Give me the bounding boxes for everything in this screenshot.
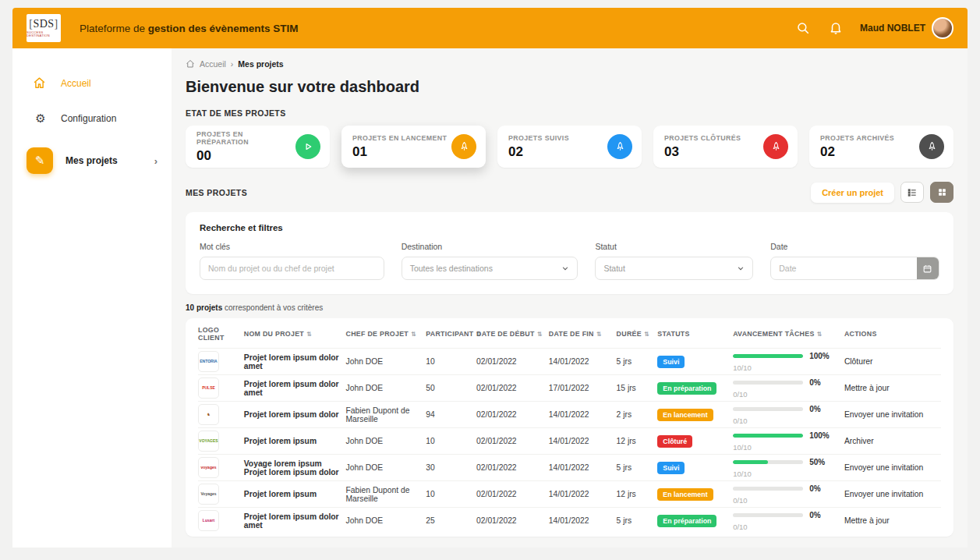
grid-view-toggle[interactable] <box>930 182 953 203</box>
action-link[interactable]: Mettre à jour <box>844 384 890 392</box>
column-header[interactable]: AVANCEMENT TÂCHES⇅ <box>733 330 842 338</box>
app-title-bold: gestion des évènements STIM <box>148 23 299 34</box>
action-link[interactable]: Clôturer <box>844 357 873 366</box>
column-header[interactable]: LOGO CLIENT <box>198 326 242 342</box>
filters-panel: Recherche et filtres Mot clés Destinatio… <box>186 212 953 294</box>
calendar-icon[interactable] <box>917 257 939 279</box>
status-card-label: PROJETS SUIVIS <box>508 134 569 142</box>
project-manager: John DOE <box>346 516 424 525</box>
end-date: 14/01/2022 <box>549 463 614 472</box>
status-badge: En lancement <box>657 488 713 501</box>
duration: 2 jrs <box>617 410 656 419</box>
sds-logo-subtext: SUCCESS DESTINATION <box>27 31 61 37</box>
duration: 12 jrs <box>617 437 656 445</box>
sort-icon: ⇅ <box>537 331 543 338</box>
sidebar-item-mes-projets[interactable]: ✎ Mes projets › <box>12 140 172 182</box>
breadcrumb-separator: › <box>231 59 234 69</box>
action-link[interactable]: Envoyer une invitation <box>844 490 923 498</box>
client-logo: Lusart <box>198 510 219 531</box>
action-link[interactable]: Envoyer une invitation <box>844 463 923 472</box>
page-title: Bienvenue sur votre dashboard <box>186 78 953 96</box>
column-header[interactable]: ACTIONS <box>844 330 941 338</box>
status-card-preparation[interactable]: PROJETS EN PRÉPARATION 00 <box>186 126 330 168</box>
column-header[interactable]: DATE DE DÉBUT⇅ <box>476 330 547 338</box>
pencil-icon: ✎ <box>27 147 53 174</box>
column-header[interactable]: STATUTS <box>657 330 731 338</box>
table-row: VOYAGES Projet lorem ipsum John DOE 10 0… <box>198 427 941 454</box>
list-view-toggle[interactable] <box>900 182 924 203</box>
project-manager: John DOE <box>346 357 424 366</box>
duration: 5 jrs <box>617 357 656 366</box>
table-row: Lusart Projet lorem ipsum dolor amet Joh… <box>198 507 941 533</box>
sidebar-item-label: Accueil <box>61 78 91 89</box>
start-date: 02/01/2022 <box>476 384 547 392</box>
status-card-suivis[interactable]: PROJETS SUIVIS 02 <box>497 126 642 168</box>
progress-bar <box>733 407 803 411</box>
status-card-value: 02 <box>820 144 894 160</box>
sort-icon: ⇅ <box>817 331 823 338</box>
end-date: 14/01/2022 <box>549 410 614 419</box>
column-header[interactable]: NOM DU PROJET⇅ <box>244 330 344 338</box>
progress-percent: 100% <box>809 431 830 440</box>
destination-select[interactable]: Toutes les destinations <box>402 257 578 280</box>
table-body: ENTORIA Projet lorem ipsum dolor amet Jo… <box>198 348 941 533</box>
status-label: Statut <box>595 242 753 251</box>
chevron-down-icon <box>561 264 569 272</box>
progress-count: 0/10 <box>733 496 842 505</box>
sidebar-item-accueil[interactable]: Accueil <box>12 69 172 97</box>
table-row: PULSE Projet lorem ipsum dolor amet John… <box>198 374 941 401</box>
progress-bar <box>733 354 803 358</box>
progress-percent: 0% <box>809 405 820 413</box>
progress-percent: 50% <box>809 458 825 466</box>
column-header[interactable]: PARTICIPANT⇅ <box>426 330 474 338</box>
results-count-number: 10 projets <box>186 303 222 312</box>
sort-icon: ⇅ <box>306 331 312 338</box>
destination-value: Toutes les destinations <box>410 264 493 273</box>
column-header[interactable]: DURÉE⇅ <box>617 330 656 338</box>
status-card-value: 03 <box>664 144 741 160</box>
project-name: Voyage lorem ipsum Projet lorem ipsum do… <box>244 459 344 477</box>
sort-icon: ⇅ <box>644 331 649 338</box>
status-card-archives[interactable]: PROJETS ARCHIVÉS 02 <box>809 126 953 168</box>
project-manager: Fabien Dupont de Marseille <box>346 486 424 503</box>
action-link[interactable]: Envoyer une invitation <box>844 410 923 419</box>
action-link[interactable]: Mettre à jour <box>844 516 890 525</box>
home-icon <box>186 59 195 69</box>
sidebar-item-label: Mes projets <box>65 155 118 166</box>
status-card-label: PROJETS EN PRÉPARATION <box>196 130 295 146</box>
notification-bell-icon[interactable] <box>827 19 844 37</box>
action-link[interactable]: Archiver <box>844 437 874 445</box>
breadcrumb-current: Mes projets <box>238 59 283 69</box>
date-input[interactable] <box>770 257 939 280</box>
status-card-lancement[interactable]: PROJETS EN LANCEMENT 01 <box>341 126 486 168</box>
create-project-button[interactable]: Créer un projet <box>811 183 894 203</box>
projects-table: LOGO CLIENT NOM DU PROJET⇅ CHEF DE PROJE… <box>186 318 953 537</box>
breadcrumb-home-link[interactable]: Accueil <box>200 59 226 69</box>
search-icon[interactable] <box>794 19 812 37</box>
column-header[interactable]: DATE DE FIN⇅ <box>549 330 614 338</box>
filters-title: Recherche et filtres <box>200 223 939 232</box>
start-date: 02/01/2022 <box>476 357 547 366</box>
end-date: 17/01/2022 <box>549 384 614 392</box>
avatar[interactable] <box>932 17 953 39</box>
participants-count: 10 <box>426 437 474 445</box>
sort-icon: ⇅ <box>596 331 602 338</box>
status-badge: Suivi <box>657 356 685 368</box>
status-card-clotures[interactable]: PROJETS CLÔTURÉS 03 <box>653 126 798 168</box>
start-date: 02/01/2022 <box>476 463 547 472</box>
project-manager: John DOE <box>346 463 424 472</box>
progress-bar <box>733 513 803 517</box>
status-card-label: PROJETS ARCHIVÉS <box>820 134 894 142</box>
status-badge: Suivi <box>657 462 685 474</box>
keyword-input[interactable] <box>200 257 384 280</box>
status-select[interactable]: Statut <box>595 257 753 280</box>
chevron-right-icon: › <box>154 155 157 167</box>
app-window: SDS SUCCESS DESTINATION Plateforme de ge… <box>12 8 968 548</box>
column-header[interactable]: CHEF DE PROJET⇅ <box>346 330 424 338</box>
sidebar-item-configuration[interactable]: ⚙ Configuration <box>12 104 172 133</box>
client-logo: PULSE <box>198 377 219 399</box>
chevron-down-icon <box>737 264 745 272</box>
progress-count: 10/10 <box>733 443 842 452</box>
user-menu[interactable]: Maud NOBLET <box>860 17 953 39</box>
home-icon <box>33 76 48 90</box>
